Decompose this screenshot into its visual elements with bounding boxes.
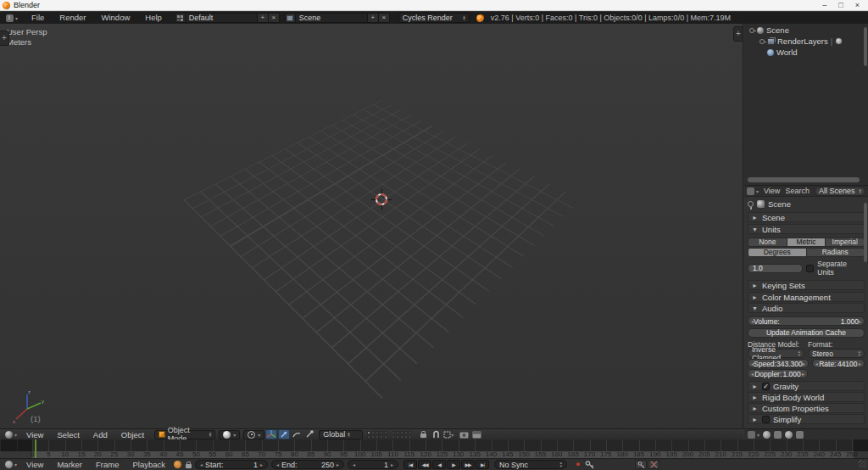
maximize-button[interactable]: □ <box>838 1 843 9</box>
layer-toggle[interactable] <box>371 431 375 434</box>
add-scene-button[interactable]: + <box>368 13 379 23</box>
screen-layout-icon[interactable] <box>175 13 185 23</box>
scale-manipulator-button[interactable] <box>303 429 315 439</box>
panel-custom-properties[interactable]: ► Custom Properties <box>748 403 865 413</box>
layer-toggle[interactable] <box>396 431 399 434</box>
rotate-manipulator-button[interactable] <box>291 429 303 439</box>
remove-scene-button[interactable]: × <box>379 13 390 23</box>
menu-render[interactable]: Render <box>52 12 93 24</box>
doppler-field[interactable]: ◂ Doppler: 1.000 ▸ <box>748 369 808 378</box>
remove-layout-button[interactable]: × <box>269 13 280 23</box>
menu-file[interactable]: File <box>24 12 52 24</box>
layer-toggle[interactable] <box>367 435 370 439</box>
translate-manipulator-button[interactable] <box>278 429 290 439</box>
layer-toggle[interactable] <box>404 435 408 439</box>
unit-scale-slider[interactable]: 1.0 <box>748 264 803 273</box>
panel-gravity[interactable]: ► ✓ Gravity <box>748 381 865 391</box>
add-layout-button[interactable]: + <box>258 13 269 23</box>
outliner-filter-select[interactable]: All Scenes ▴▾ <box>815 187 865 196</box>
sidebar-open-tab[interactable]: + <box>733 26 743 42</box>
update-animation-cache-button[interactable]: Update Animation Cache <box>748 328 865 338</box>
radians-button[interactable]: Radians <box>807 248 865 257</box>
menu-marker[interactable]: Marker <box>50 460 89 469</box>
expand-toggle-icon[interactable] <box>760 39 765 44</box>
distance-model-select[interactable]: Inverse Clamped ▴▾ <box>748 349 804 358</box>
layer-toggle[interactable] <box>371 435 375 439</box>
editor-type-button-properties[interactable]: ▾ <box>748 431 760 439</box>
editor-type-button-info[interactable]: ▾ <box>2 13 22 23</box>
expand-toggle-icon[interactable] <box>749 28 754 33</box>
mode-select[interactable]: Object Mode ▴▾ <box>154 430 215 439</box>
current-frame-marker[interactable] <box>35 439 36 458</box>
snap-toggle-button[interactable] <box>430 429 442 439</box>
vertical-scrollbar[interactable] <box>864 27 867 66</box>
horizontal-scrollbar[interactable] <box>748 177 860 182</box>
opengl-render-anim-button[interactable] <box>470 429 482 439</box>
layer-toggle[interactable] <box>409 435 412 439</box>
layer-toggle[interactable] <box>380 431 383 434</box>
close-button[interactable]: × <box>855 1 860 9</box>
outliner-row-world[interactable]: World <box>744 48 868 57</box>
pin-icon[interactable] <box>748 201 754 207</box>
layer-toggle[interactable] <box>400 431 403 434</box>
scene-lock-button[interactable] <box>417 429 429 439</box>
sync-mode-select[interactable]: No Sync ▴▾ <box>494 460 567 469</box>
resize-grip[interactable] <box>859 460 867 468</box>
layer-toggle[interactable] <box>380 435 383 439</box>
degrees-button[interactable]: Degrees <box>748 248 807 257</box>
lock-icon[interactable] <box>186 464 192 468</box>
screen-layout-value[interactable]: Default <box>185 13 258 23</box>
scene-selector-value[interactable]: Scene <box>295 13 368 23</box>
preview-range-icon[interactable] <box>174 461 181 468</box>
panel-simplify[interactable]: ► Simplify <box>748 414 865 424</box>
rate-field[interactable]: ◂ Rate: 44100 ▸ <box>812 359 865 368</box>
panel-units[interactable]: ▼ Units <box>748 224 865 234</box>
timeline-ruler[interactable]: 0510152025303540455055606570758085909510… <box>0 439 868 458</box>
menu-select[interactable]: Select <box>50 430 86 439</box>
layer-toggle[interactable] <box>404 431 408 434</box>
panel-keying-sets[interactable]: ► Keying Sets <box>748 280 865 290</box>
tab-render-icon[interactable] <box>763 431 771 439</box>
play-button[interactable]: ▶ <box>447 460 460 469</box>
menu-view[interactable]: View <box>764 187 780 195</box>
increment-icon[interactable]: ▸ <box>859 318 861 324</box>
layer-toggle[interactable] <box>384 431 387 434</box>
speed-field[interactable]: ◂ Speed: 343.300 ▸ <box>748 359 809 368</box>
menu-window[interactable]: Window <box>94 12 138 24</box>
layer-toggle[interactable] <box>400 435 403 439</box>
editor-type-button-outliner[interactable]: ▾ <box>747 187 759 195</box>
layer-toggle[interactable] <box>384 435 387 439</box>
simplify-checkbox[interactable] <box>762 416 770 423</box>
unit-metric-button[interactable]: Metric <box>787 238 826 247</box>
layer-toggle[interactable] <box>376 435 379 439</box>
outliner-row-scene[interactable]: Scene <box>744 25 868 35</box>
gravity-checkbox[interactable]: ✓ <box>762 383 770 390</box>
current-frame-field[interactable]: ◂ 1 ▸ <box>348 460 398 469</box>
viewport-3d[interactable]: User Persp Meters + + z y x (1) <box>0 24 743 428</box>
record-button[interactable]: ● <box>576 461 580 468</box>
opengl-render-button[interactable] <box>458 429 470 439</box>
jump-to-start-button[interactable]: |◀ <box>403 460 417 469</box>
layer-toggle[interactable] <box>392 435 395 439</box>
panel-scene[interactable]: ► Scene <box>748 212 865 222</box>
layer-toggle[interactable] <box>392 431 395 434</box>
tab-scene-icon[interactable] <box>774 431 782 439</box>
unit-imperial-button[interactable]: Imperial <box>826 238 865 247</box>
editor-type-button-timeline[interactable]: ▾ <box>3 461 19 468</box>
layer-toggle[interactable] <box>376 431 379 434</box>
panel-audio[interactable]: ▼ Audio <box>748 303 865 313</box>
volume-slider[interactable]: ◂ Volume: 1.000 ▸ <box>748 316 865 326</box>
viewport-shading-select[interactable]: ▾ <box>219 430 240 439</box>
menu-object[interactable]: Object <box>114 430 151 439</box>
menu-view[interactable]: View <box>19 430 50 439</box>
separate-units-checkbox[interactable] <box>806 265 814 272</box>
manipulator-toggle-button[interactable] <box>265 429 277 439</box>
pivot-center-select[interactable]: ▾ <box>243 430 264 439</box>
layer-toggle[interactable] <box>396 435 399 439</box>
jump-to-end-button[interactable]: ▶| <box>476 460 489 469</box>
prev-keyframe-button[interactable]: ◀◀ <box>418 460 431 469</box>
insert-keyframe-button[interactable] <box>635 460 647 469</box>
transform-orientation-select[interactable]: Global ▴▾ <box>319 430 363 439</box>
menu-add[interactable]: Add <box>86 430 114 439</box>
outliner-row-renderlayers[interactable]: RenderLayers | <box>744 36 868 46</box>
